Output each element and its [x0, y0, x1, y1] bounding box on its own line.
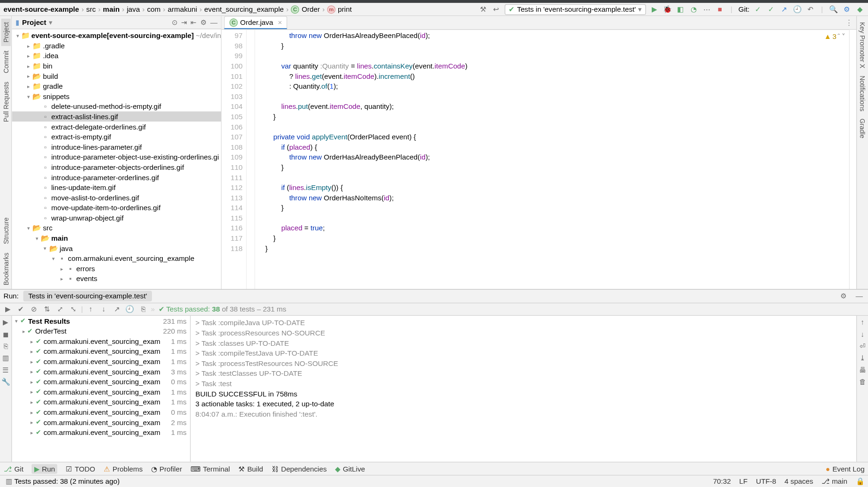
- rr-print-icon[interactable]: 🖶: [857, 365, 868, 375]
- test-node[interactable]: ▸✔com.armakuni.event_sourcing_exam1 ms: [12, 397, 190, 407]
- crumb-class[interactable]: Order: [302, 5, 320, 14]
- coverage-icon[interactable]: ◧: [676, 5, 685, 14]
- rl-rerun-icon[interactable]: ▶: [0, 317, 11, 328]
- status-tw-icon[interactable]: ▥: [4, 476, 15, 487]
- test-node[interactable]: ▸✔com.armakuni.event_sourcing_exam0 ms: [12, 377, 190, 387]
- run-tab[interactable]: Tests in 'event-sourcing-example.test': [23, 291, 152, 302]
- vcs-history-icon[interactable]: 🕘: [792, 5, 802, 14]
- editor-tab-order[interactable]: C Order.java ×: [224, 16, 288, 29]
- tw-run[interactable]: ▶Run: [32, 464, 58, 473]
- stop-icon[interactable]: ■: [715, 5, 724, 14]
- collapse-icon[interactable]: ⤡: [68, 304, 79, 315]
- vcs-commit-icon[interactable]: ✓: [766, 5, 776, 14]
- crumb-package[interactable]: event_sourcing_example: [204, 5, 283, 14]
- rerun-icon[interactable]: ▶: [2, 304, 13, 315]
- tree-item[interactable]: ▸▪errors: [12, 263, 221, 274]
- import-icon[interactable]: ⎘: [138, 304, 149, 315]
- rl-wrench-icon[interactable]: 🔧: [0, 377, 11, 388]
- tw-gitlive[interactable]: ◆GitLive: [335, 464, 365, 473]
- rl-down-icon[interactable]: ☰: [0, 365, 11, 375]
- editor-tabs[interactable]: C Order.java × ⋮: [221, 16, 856, 30]
- structure-tool-tab[interactable]: Structure: [1, 214, 10, 248]
- tree-item[interactable]: ▫extract-aslist-lines.gif: [12, 111, 221, 122]
- expand-all-icon[interactable]: ⇥: [181, 18, 187, 27]
- run-hide-icon[interactable]: —: [854, 291, 865, 302]
- test-node[interactable]: ▸✔com.armakuni.event_sourcing_exam0 ms: [12, 407, 190, 417]
- tree-item[interactable]: ▾📂snippets: [12, 91, 221, 101]
- test-node[interactable]: ▸✔com.armakuni.event_sourcing_exam2 ms: [12, 417, 190, 427]
- rr-wrap-icon[interactable]: ⏎: [857, 341, 868, 351]
- tree-item[interactable]: ▫introduce-parameter-objects-orderlines.…: [12, 162, 221, 172]
- tree-item[interactable]: ▸📂build: [12, 71, 221, 81]
- tree-item[interactable]: ▾📂java: [12, 243, 221, 253]
- test-node[interactable]: ▸✔com.armakuni.event_sourcing_exam1 ms: [12, 356, 190, 366]
- rr-up-icon[interactable]: ↑: [857, 317, 868, 328]
- tree-item[interactable]: ▫lines-update-item.gif: [12, 183, 221, 193]
- tree-item[interactable]: ▾▪com.armakuni.event_sourcing_example: [12, 253, 221, 264]
- tree-item[interactable]: ▫move-update-item-to-orderlines.gif: [12, 203, 221, 213]
- toggle-pass-icon[interactable]: ✔: [15, 304, 26, 315]
- tw-todo[interactable]: ☑TODO: [66, 464, 95, 473]
- editor-gutter[interactable]: 9798991001011021031041051061071081091101…: [221, 30, 246, 289]
- code-area[interactable]: throw new OrderHasAlreadyBeenPlaced(id);…: [255, 30, 849, 289]
- select-opened-icon[interactable]: ⊙: [172, 18, 178, 27]
- test-node[interactable]: ▸✔com.armakuni.event_sourcing_exam1 ms: [12, 336, 190, 346]
- tree-item[interactable]: ▸📁bin: [12, 61, 221, 71]
- tree-item[interactable]: ▸📁.gradle: [12, 40, 221, 51]
- encoding[interactable]: UTF-8: [756, 477, 776, 486]
- rl-layout-icon[interactable]: ▥: [0, 353, 11, 364]
- tw-problems[interactable]: ⚠Problems: [104, 464, 143, 473]
- vcs-rollback-icon[interactable]: ↶: [806, 5, 815, 14]
- profile-icon[interactable]: ◔: [689, 5, 698, 14]
- caret-position[interactable]: 70:32: [713, 477, 731, 486]
- tree-item[interactable]: ▸▪events: [12, 274, 221, 284]
- breadcrumb[interactable]: event-source-example ›src ›main ›java ›c…: [4, 5, 479, 14]
- crumb-main[interactable]: main: [103, 5, 120, 14]
- run-settings-icon[interactable]: ⚙: [838, 291, 849, 302]
- lock-icon[interactable]: 🔒: [856, 477, 865, 486]
- ide-settings-icon[interactable]: ⚙: [842, 5, 852, 14]
- crumb-member[interactable]: print: [338, 5, 352, 14]
- test-node[interactable]: ▸✔com.armakuni.event_sourcing_exam1 ms: [12, 387, 190, 397]
- error-stripe[interactable]: [849, 30, 856, 289]
- test-node[interactable]: ▸✔com.armakuni.event_sourcing_exam3 ms: [12, 366, 190, 377]
- export-icon[interactable]: ↗: [112, 304, 122, 315]
- settings-icon[interactable]: ⚙: [200, 18, 207, 27]
- hide-icon[interactable]: —: [210, 18, 217, 27]
- rl-pin-icon[interactable]: ⎘: [0, 341, 11, 351]
- tree-item[interactable]: ▫delete-unused-method-is-empty.gif: [12, 101, 221, 112]
- branch[interactable]: ⎇ main: [822, 477, 847, 486]
- crumb-java[interactable]: java: [127, 5, 140, 14]
- tw-dependencies[interactable]: ⛓Dependencies: [272, 464, 327, 473]
- next-fail-icon[interactable]: ↓: [99, 304, 109, 315]
- collapse-all-icon[interactable]: ⇤: [190, 18, 197, 27]
- tw-event-log[interactable]: ●Event Log: [826, 464, 865, 473]
- attach-icon[interactable]: ⋯: [702, 5, 711, 14]
- debug-icon[interactable]: 🐞: [662, 5, 672, 14]
- crumb-com[interactable]: com: [147, 5, 160, 14]
- notifications-tab[interactable]: Notifications: [858, 72, 867, 114]
- rl-stop-icon[interactable]: ◼: [0, 329, 11, 340]
- fold-column[interactable]: [247, 30, 255, 289]
- tree-item[interactable]: ▫wrap-unwrap-object.gif: [12, 213, 221, 223]
- tree-item[interactable]: ▫extract-delegate-orderlines.gif: [12, 122, 221, 132]
- run-icon[interactable]: ▶: [649, 5, 659, 14]
- test-node[interactable]: ▸✔com.armakuni.event_sourcing_exam1 ms: [12, 346, 190, 357]
- tree-item[interactable]: ▾📂src: [12, 223, 221, 233]
- tw-git[interactable]: ⎇Git: [4, 464, 23, 473]
- build-hammer-icon[interactable]: ⚒: [478, 5, 487, 14]
- tree-item[interactable]: ▫move-aslist-to-orderlines.gif: [12, 192, 221, 203]
- expand-icon[interactable]: ⤢: [55, 304, 66, 315]
- gradle-tab[interactable]: Gradle: [858, 115, 867, 142]
- rr-scroll-icon[interactable]: ⤓: [857, 353, 868, 364]
- line-sep[interactable]: LF: [739, 477, 748, 486]
- search-icon[interactable]: 🔍: [829, 5, 838, 14]
- tabs-more-icon[interactable]: ⋮: [845, 18, 853, 27]
- tree-item[interactable]: ▸📁.idea: [12, 51, 221, 61]
- tree-item[interactable]: ▾📂main: [12, 233, 221, 244]
- crumb-src[interactable]: src: [86, 5, 96, 14]
- sort-icon[interactable]: ⇅: [42, 304, 53, 315]
- test-tree[interactable]: ▾✔Test Results231 ms▸✔OrderTest220 ms▸✔c…: [12, 316, 190, 462]
- tw-build[interactable]: ⚒Build: [238, 464, 263, 473]
- pull-requests-tool-tab[interactable]: Pull Requests: [1, 78, 10, 126]
